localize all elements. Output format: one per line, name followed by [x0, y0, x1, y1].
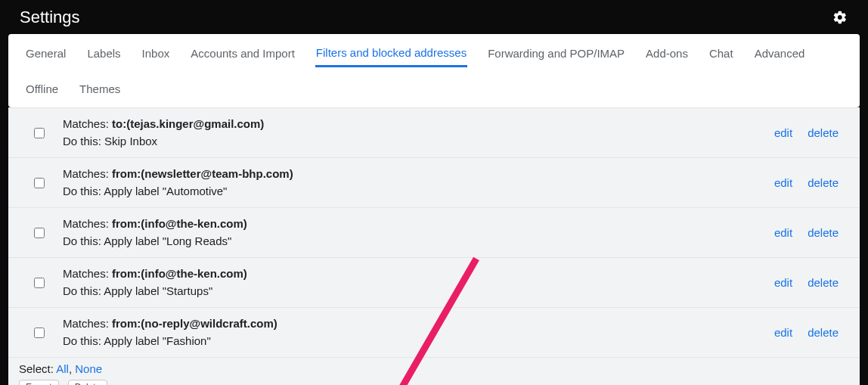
delete-link[interactable]: delete — [808, 276, 839, 289]
filter-actions: editdelete — [774, 326, 854, 339]
filter-criteria: to:(tejas.kinger@gmail.com) — [112, 117, 264, 130]
top-bar: Settings — [0, 0, 868, 34]
filter-row: Matches: from:(newsletter@team-bhp.com)D… — [8, 158, 860, 208]
filter-description: Matches: from:(info@the-ken.com)Do this:… — [63, 265, 774, 300]
dothis-label: Do this: — [63, 334, 104, 347]
dothis-label: Do this: — [63, 185, 104, 197]
tab-inbox[interactable]: Inbox — [141, 39, 171, 67]
filter-criteria: from:(info@the-ken.com) — [112, 267, 247, 280]
filter-checkbox-cell — [14, 126, 63, 141]
filter-action: Apply label "Long Reads" — [104, 234, 231, 247]
matches-label: Matches: — [63, 167, 112, 180]
filter-description: Matches: from:(info@the-ken.com)Do this:… — [63, 216, 774, 250]
edit-link[interactable]: edit — [774, 126, 792, 139]
filter-action: Skip Inbox — [104, 135, 157, 147]
tab-filters-and-blocked-addresses[interactable]: Filters and blocked addresses — [315, 39, 467, 67]
dothis-label: Do this: — [63, 234, 104, 247]
filter-description: Matches: to:(tejas.kinger@gmail.com)Do t… — [63, 116, 774, 150]
dothis-label: Do this: — [63, 284, 104, 297]
filter-actions: editdelete — [774, 276, 854, 289]
filter-actions: editdelete — [774, 126, 854, 139]
filter-action: Apply label "Automotive" — [104, 185, 227, 197]
delete-link[interactable]: delete — [808, 226, 839, 239]
filter-criteria: from:(info@the-ken.com) — [112, 217, 247, 230]
tab-labels[interactable]: Labels — [86, 39, 121, 67]
edit-link[interactable]: edit — [774, 276, 792, 289]
page-title: Settings — [20, 8, 80, 27]
filter-criteria: from:(no-reply@wildcraft.com) — [112, 317, 277, 330]
edit-link[interactable]: edit — [774, 176, 792, 189]
filter-criteria: from:(newsletter@team-bhp.com) — [112, 167, 293, 180]
bulk-buttons: Export Delete — [19, 380, 849, 385]
bulk-delete-button[interactable]: Delete — [68, 380, 108, 385]
delete-link[interactable]: delete — [808, 326, 839, 339]
gear-icon[interactable] — [832, 9, 848, 26]
tab-chat[interactable]: Chat — [708, 39, 734, 67]
tab-general[interactable]: General — [25, 39, 67, 67]
filter-checkbox[interactable] — [34, 328, 45, 338]
matches-label: Matches: — [63, 117, 112, 130]
delete-link[interactable]: delete — [808, 176, 839, 189]
tabs-bar: GeneralLabelsInboxAccounts and ImportFil… — [8, 34, 860, 107]
matches-label: Matches: — [63, 317, 112, 330]
filter-checkbox[interactable] — [34, 278, 45, 288]
filter-checkbox-cell — [14, 325, 63, 340]
select-line: Select: All, None — [19, 362, 849, 375]
tabs-card: GeneralLabelsInboxAccounts and ImportFil… — [8, 34, 860, 107]
filter-description: Matches: from:(newsletter@team-bhp.com)D… — [63, 166, 774, 200]
filter-actions: editdelete — [774, 176, 854, 189]
select-label: Select: — [19, 362, 56, 375]
filter-checkbox-cell — [14, 275, 63, 290]
tab-themes[interactable]: Themes — [79, 75, 121, 103]
filters-panel: Matches: to:(tejas.kinger@gmail.com)Do t… — [8, 107, 860, 385]
edit-link[interactable]: edit — [774, 226, 792, 239]
filter-description: Matches: from:(no-reply@wildcraft.com)Do… — [63, 315, 774, 349]
filter-checkbox[interactable] — [34, 178, 45, 188]
edit-link[interactable]: edit — [774, 326, 792, 339]
filter-action: Apply label "Fashion" — [104, 334, 211, 347]
tab-offline[interactable]: Offline — [25, 75, 59, 103]
select-none-link[interactable]: None — [75, 362, 102, 375]
filter-checkbox[interactable] — [34, 228, 45, 238]
filter-row: Matches: to:(tejas.kinger@gmail.com)Do t… — [8, 107, 860, 158]
filter-checkbox[interactable] — [34, 128, 45, 138]
select-all-link[interactable]: All — [56, 362, 69, 375]
tab-advanced[interactable]: Advanced — [754, 39, 806, 67]
filter-row: Matches: from:(info@the-ken.com)Do this:… — [8, 208, 860, 258]
filters-list: Matches: to:(tejas.kinger@gmail.com)Do t… — [8, 107, 860, 358]
tab-forwarding-and-pop-imap[interactable]: Forwarding and POP/IMAP — [487, 39, 625, 67]
bottom-controls: Select: All, None Export Delete — [8, 358, 860, 385]
matches-label: Matches: — [63, 267, 112, 280]
filter-row: Matches: from:(info@the-ken.com)Do this:… — [8, 258, 860, 308]
filter-row: Matches: from:(no-reply@wildcraft.com)Do… — [8, 308, 860, 358]
tab-add-ons[interactable]: Add-ons — [645, 39, 689, 67]
delete-link[interactable]: delete — [808, 126, 839, 139]
export-button[interactable]: Export — [19, 380, 59, 385]
dothis-label: Do this: — [63, 135, 104, 147]
tab-accounts-and-import[interactable]: Accounts and Import — [190, 39, 296, 67]
filter-checkbox-cell — [14, 225, 63, 241]
filter-action: Apply label "Startups" — [104, 284, 212, 297]
filter-checkbox-cell — [14, 175, 63, 191]
filter-actions: editdelete — [774, 226, 854, 239]
matches-label: Matches: — [63, 217, 112, 230]
